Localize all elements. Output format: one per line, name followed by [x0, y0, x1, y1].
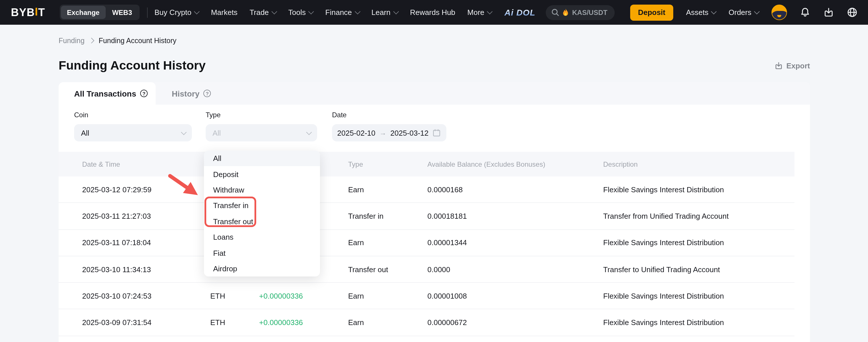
coin-select-value: All: [81, 129, 89, 137]
cell-type: Earn: [348, 292, 364, 300]
type-select[interactable]: All: [206, 124, 317, 141]
cell-balance: 0.0000168: [427, 185, 463, 194]
menu-label: More: [467, 8, 484, 17]
bybit-logo[interactable]: BYBIT: [11, 6, 45, 19]
toggle-web3[interactable]: WEB3: [106, 6, 138, 19]
chevron-down-icon: [393, 9, 399, 15]
date-filter: Date 2025-02-10 → 2025-03-12: [332, 110, 458, 141]
table-row: 2025-03-09 07:31:54 ETH +0.00000336 Earn…: [59, 310, 795, 336]
user-avatar[interactable]: [772, 5, 787, 20]
language-globe-icon[interactable]: [847, 7, 858, 18]
cell-datetime: 2025-03-12 07:29:59: [82, 185, 151, 194]
cell-balance: 0.00000672: [427, 318, 467, 327]
search-input[interactable]: KAS/USDT: [546, 5, 615, 20]
export-label: Export: [786, 61, 810, 70]
flame-icon: [562, 8, 569, 17]
tab-bar: All Transactions ? History ?: [59, 82, 810, 105]
menu-trade[interactable]: Trade: [250, 8, 276, 17]
menu-label: Buy Crypto: [155, 8, 192, 17]
cell-type: Earn: [348, 238, 364, 247]
notifications-bell-icon[interactable]: [800, 7, 811, 18]
orders-menu[interactable]: Orders: [729, 8, 759, 17]
chevron-down-icon: [754, 9, 760, 15]
breadcrumb-funding[interactable]: Funding: [59, 36, 85, 45]
cell-balance: 0.0000: [427, 265, 451, 274]
cell-balance: 0.00001344: [427, 238, 467, 247]
top-navbar: BYBIT Exchange WEB3 Buy Crypto Markets T…: [0, 0, 868, 25]
dropdown-option-withdraw[interactable]: Withdraw: [204, 182, 320, 198]
tab-label: All Transactions: [74, 89, 136, 98]
menu-label: Assets: [686, 8, 709, 17]
toggle-exchange[interactable]: Exchange: [61, 6, 106, 19]
menu-tools[interactable]: Tools: [288, 8, 313, 17]
page-content: Funding Funding Account History Funding …: [59, 36, 810, 342]
dropdown-option-all[interactable]: All: [204, 151, 320, 166]
cell-datetime: 2025-03-10 07:24:53: [82, 292, 151, 300]
cell-balance: 0.00001008: [427, 292, 467, 300]
menu-markets[interactable]: Markets: [211, 8, 237, 17]
cell-datetime: 2025-03-09 07:31:54: [82, 318, 151, 327]
cell-coin: ETH: [210, 318, 225, 327]
coin-filter: Coin All: [74, 110, 206, 141]
table-row: 2025-03-11 21:27:03 Transfer in 0.000181…: [59, 203, 795, 230]
cell-type: Transfer out: [348, 265, 388, 274]
cell-amount: +0.00000336: [259, 292, 303, 300]
menu-label: Orders: [729, 8, 751, 17]
menu-buy-crypto[interactable]: Buy Crypto: [155, 8, 199, 17]
type-filter-label: Type: [206, 110, 332, 119]
dropdown-option-deposit[interactable]: Deposit: [204, 166, 320, 182]
chevron-down-icon: [181, 129, 187, 135]
export-button[interactable]: Export: [774, 61, 810, 70]
breadcrumb: Funding Funding Account History: [59, 36, 810, 45]
dropdown-option-airdrop[interactable]: Airdrop: [204, 261, 320, 277]
menu-finance[interactable]: Finance: [326, 8, 360, 17]
menu-label: Rewards Hub: [410, 8, 456, 17]
cell-type: Transfer in: [348, 212, 383, 221]
header-description: Description: [603, 160, 638, 168]
date-start: 2025-02-10: [337, 129, 375, 137]
type-filter: Type All: [206, 110, 332, 141]
history-card: All Transactions ? History ? Coin All: [59, 82, 810, 342]
calendar-icon: [433, 129, 441, 137]
chevron-down-icon: [306, 129, 312, 135]
menu-learn[interactable]: Learn: [371, 8, 398, 17]
cell-type: Earn: [348, 185, 364, 194]
cell-description: Flexible Savings Interest Distribution: [603, 185, 724, 194]
cell-coin: ETH: [210, 292, 225, 300]
menu-label: Learn: [371, 8, 391, 17]
dropdown-option-fiat[interactable]: Fiat: [204, 245, 320, 261]
chevron-down-icon: [308, 9, 314, 15]
export-download-icon: [774, 61, 783, 70]
ai-dol-logo[interactable]: Ai DOL: [504, 7, 535, 17]
header-type: Type: [348, 160, 363, 168]
logo-text-2: T: [38, 6, 45, 18]
table-row: 2025-03-10 11:34:13 Transfer out 0.0000 …: [59, 256, 795, 283]
table-row: 2025-03-12 07:29:59 Earn 0.0000168 Flexi…: [59, 176, 795, 203]
annotation-highlight-box: [205, 197, 256, 227]
cell-balance: 0.00018181: [427, 212, 467, 221]
table-row: 2025-03-10 07:24:53 ETH +0.00000336 Earn…: [59, 283, 795, 310]
date-end: 2025-03-12: [390, 129, 429, 137]
date-range-arrow-icon: →: [379, 129, 386, 137]
help-icon[interactable]: ?: [204, 90, 211, 97]
date-filter-label: Date: [332, 110, 458, 119]
cell-datetime: 2025-03-11 21:27:03: [82, 212, 151, 221]
help-icon[interactable]: ?: [140, 90, 148, 97]
assets-menu[interactable]: Assets: [686, 8, 716, 17]
menu-more[interactable]: More: [467, 8, 492, 17]
cell-datetime: 2025-03-10 11:34:13: [82, 265, 151, 274]
exchange-web3-toggle: Exchange WEB3: [59, 5, 140, 20]
download-app-icon[interactable]: [823, 7, 834, 18]
coin-select[interactable]: All: [74, 124, 192, 141]
page-title: Funding Account History: [59, 57, 206, 74]
deposit-button[interactable]: Deposit: [630, 4, 673, 20]
tab-all-transactions[interactable]: All Transactions ?: [59, 82, 156, 105]
menu-rewards-hub[interactable]: Rewards Hub: [410, 8, 456, 17]
page: BYBIT Exchange WEB3 Buy Crypto Markets T…: [0, 0, 868, 342]
dropdown-option-loans[interactable]: Loans: [204, 229, 320, 245]
date-range-picker[interactable]: 2025-02-10 → 2025-03-12: [332, 124, 446, 141]
type-select-value: All: [213, 129, 221, 137]
navbar-divider: [147, 7, 148, 18]
menu-label: Trade: [250, 8, 269, 17]
tab-history[interactable]: History ?: [156, 82, 226, 105]
